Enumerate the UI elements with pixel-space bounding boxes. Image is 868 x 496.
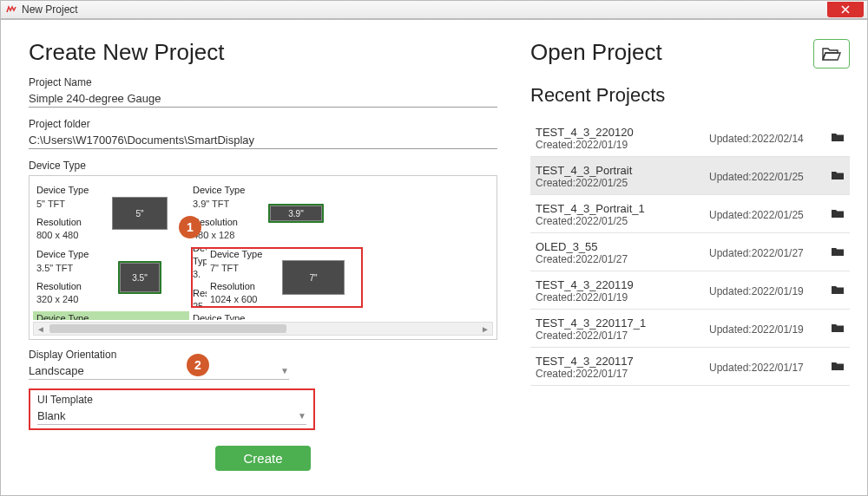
window-title: New Project: [22, 3, 78, 16]
recent-name: OLED_3_55: [536, 240, 709, 253]
project-name-input[interactable]: [29, 88, 497, 108]
device-card[interactable]: Device Type3.5" TFTResolution320 x 2403.…: [33, 247, 189, 308]
scroll-thumb[interactable]: [49, 324, 286, 333]
create-project-pane: Create New Project Project Name Project …: [1, 20, 513, 495]
recent-project-item[interactable]: TEST_4_3_220120Created:2022/01/19Updated…: [530, 119, 850, 157]
folder-open-icon: [822, 46, 841, 62]
annotation-badge-2: 2: [187, 354, 209, 376]
device-type-lbl: Device Type: [36, 184, 106, 197]
open-heading: Open Project: [530, 39, 662, 66]
device-type-lbl: Device Type: [193, 247, 207, 268]
recent-name: TEST_4_3_Portrait_1: [536, 202, 709, 215]
recent-project-item[interactable]: TEST_4_3_220119Created:2022/01/19Updated…: [530, 271, 850, 310]
device-type-val: 5" TFT: [36, 198, 106, 211]
close-button[interactable]: [827, 2, 864, 17]
recent-name: TEST_4_3_220120: [536, 126, 709, 139]
close-icon: [841, 5, 850, 14]
device-type-val: 7" TFT: [210, 262, 279, 275]
ui-template-value: Blank: [37, 409, 66, 422]
device-type-val: 3.: [193, 268, 207, 281]
device-type-label: Device Type: [29, 160, 497, 172]
device-card[interactable]: Device Type10.1" TFTResolution1024 x 600…: [189, 311, 345, 320]
pcb-icon: 3.9": [268, 204, 324, 223]
project-folder-input[interactable]: [29, 130, 497, 149]
screen-icon: 3.9": [270, 206, 322, 221]
scroll-track[interactable]: [48, 323, 478, 335]
device-card[interactable]: Device Type3.Resolution25: [189, 247, 207, 308]
device-res-lbl: Resolution: [193, 287, 207, 300]
recent-created: Created:2022/01/27: [536, 253, 709, 265]
recent-updated: Updated:2022/01/25: [709, 209, 831, 221]
device-type-val: 3.5" TFT: [36, 262, 106, 275]
pcb-icon: 3.5": [118, 261, 161, 294]
project-name-label: Project Name: [29, 76, 497, 88]
recent-updated: Updated:2022/02/14: [709, 133, 831, 145]
recent-project-item[interactable]: TEST_4_3_Portrait_1Created:2022/01/25Upd…: [530, 195, 850, 233]
screen-icon: 3.5": [120, 263, 160, 292]
scroll-left-icon[interactable]: ◄: [34, 323, 48, 335]
recent-created: Created:2022/01/25: [536, 177, 709, 189]
create-button[interactable]: Create: [215, 446, 310, 471]
device-type-lbl: Device Type: [36, 248, 106, 261]
open-project-pane: Open Project Recent Projects TEST_4_3_22…: [513, 20, 867, 495]
device-res-val: 800 x 480: [36, 229, 106, 242]
device-type-lbl: Device Type: [193, 312, 262, 320]
recent-name: TEST_4_3_220117_1: [536, 317, 709, 330]
folder-icon: [831, 208, 845, 221]
recent-updated: Updated:2022/01/25: [709, 171, 831, 183]
device-res-val: 1024 x 600: [210, 293, 279, 306]
device-type-lbl: Device Type: [36, 312, 106, 320]
recent-project-item[interactable]: TEST_4_3_PortraitCreated:2022/01/25Updat…: [530, 157, 850, 195]
ui-template-highlight: UI Template Blank ▼: [29, 388, 315, 430]
device-res-val: 480 x 128: [193, 229, 262, 242]
recent-updated: Updated:2022/01/17: [709, 362, 831, 374]
device-thumb: 3.5": [106, 258, 174, 297]
device-res-lbl: Resolution: [193, 216, 262, 229]
device-card[interactable]: Device Type5" TFTResolution800 x 4805": [33, 183, 189, 244]
device-res-val: 320 x 240: [36, 293, 106, 306]
device-card[interactable]: Device Type7" TFTResolution1024 x 6007": [207, 247, 363, 308]
recent-project-item[interactable]: TEST_4_3_220117_1Created:2022/01/17Updat…: [530, 310, 850, 348]
ui-template-dropdown[interactable]: Blank ▼: [37, 406, 306, 425]
recent-project-item[interactable]: TEST_4_3_220117Created:2022/01/17Updated…: [530, 348, 850, 386]
annotation-badge-1: 1: [179, 216, 201, 238]
device-res-lbl: Resolution: [36, 280, 106, 293]
recent-heading: Recent Projects: [530, 84, 850, 107]
chevron-down-icon: ▼: [298, 411, 306, 421]
device-type-lbl: Device Type: [193, 184, 262, 197]
titlebar: New Project: [0, 0, 868, 19]
open-folder-button[interactable]: [813, 39, 850, 69]
chevron-down-icon: ▼: [280, 366, 289, 375]
folder-icon: [831, 246, 845, 259]
orientation-value: Landscape: [29, 364, 84, 377]
recent-created: Created:2022/01/17: [536, 368, 709, 380]
device-card[interactable]: Device Type4.3" TFTResolution480 x 2724.…: [33, 311, 189, 320]
folder-icon: [831, 361, 845, 374]
recent-projects-list: TEST_4_3_220120Created:2022/01/19Updated…: [530, 119, 850, 386]
recent-updated: Updated:2022/01/27: [709, 247, 831, 259]
device-scrollbar[interactable]: ◄ ►: [33, 322, 493, 336]
device-thumb: 3.9": [262, 193, 330, 233]
device-type-lbl: Device Type: [210, 248, 279, 261]
recent-created: Created:2022/01/17: [536, 330, 709, 342]
recent-name: TEST_4_3_Portrait: [536, 164, 709, 177]
recent-created: Created:2022/01/25: [536, 215, 709, 227]
device-type-picker: Device Type5" TFTResolution800 x 4805"De…: [29, 175, 497, 340]
create-heading: Create New Project: [29, 39, 497, 66]
device-card[interactable]: Device Type3.9" TFTResolution480 x 1283.…: [189, 183, 345, 244]
recent-name: TEST_4_3_220119: [536, 278, 709, 291]
device-type-val: 3.9" TFT: [193, 198, 262, 211]
orientation-dropdown[interactable]: Landscape ▼: [29, 361, 289, 380]
recent-created: Created:2022/01/19: [536, 139, 709, 151]
device-res-lbl: Resolution: [210, 280, 279, 293]
device-thumb: 5": [106, 193, 174, 233]
ui-template-label: UI Template: [37, 394, 306, 406]
device-thumb: 7": [279, 258, 347, 297]
recent-project-item[interactable]: OLED_3_55Created:2022/01/27Updated:2022/…: [530, 233, 850, 271]
dialog: Create New Project Project Name Project …: [0, 19, 868, 496]
scroll-right-icon[interactable]: ►: [478, 323, 492, 335]
screen-icon: 7": [282, 260, 345, 295]
recent-name: TEST_4_3_220117: [536, 355, 709, 368]
screen-icon: 5": [112, 197, 168, 230]
orientation-label: Display Orientation: [29, 349, 497, 361]
